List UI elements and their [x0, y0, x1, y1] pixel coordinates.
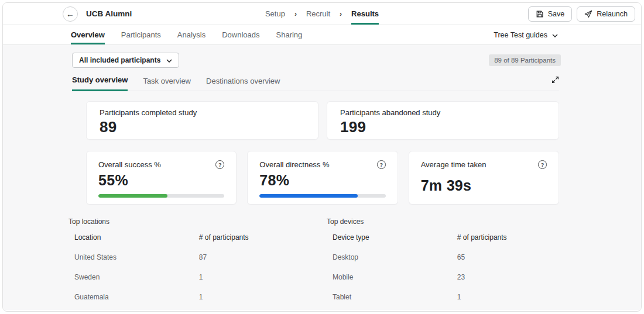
header-bar: ← UCB Alumni Setup › Recruit › Results S… [3, 3, 641, 25]
tab-downloads[interactable]: Downloads [222, 25, 259, 44]
success-progress-fill [98, 194, 167, 198]
paper-plane-icon [584, 10, 592, 18]
overall-success-card: Overall success % ? 55% [86, 151, 237, 205]
participants-cell: 23 [457, 273, 559, 281]
location-cell: Sweden [74, 273, 199, 281]
top-locations-table: Top locations Location # of participants… [68, 218, 301, 307]
abandoned-study-card: Participants abandoned study 199 [327, 101, 559, 140]
subtab-task-overview[interactable]: Task overview [143, 77, 191, 91]
overall-directness-card: Overall directness % ? 78% [247, 151, 398, 205]
average-time-card: Average time taken ? 7m 39s [409, 151, 559, 205]
column-header-participants: # of participants [199, 233, 301, 241]
devices-header-row: Device type # of participants [327, 227, 559, 247]
top-devices-table: Top devices Device type # of participant… [327, 218, 559, 307]
main-tab-bar: Overview Participants Analysis Downloads… [3, 25, 641, 45]
arrow-left-icon: ← [66, 9, 74, 19]
info-icon[interactable]: ? [377, 160, 386, 169]
save-button-label: Save [548, 10, 565, 18]
relaunch-button-label: Relaunch [597, 10, 628, 18]
info-icon[interactable]: ? [215, 160, 224, 169]
participants-cell: 1 [199, 273, 301, 281]
abandoned-study-value: 199 [340, 118, 546, 136]
participants-count-badge: 89 of 89 Participants [489, 54, 561, 66]
tab-overview[interactable]: Overview [71, 25, 105, 44]
study-title: UCB Alumni [86, 9, 132, 18]
breadcrumb-setup[interactable]: Setup [265, 3, 285, 25]
overall-directness-value: 78% [259, 172, 385, 189]
column-header-device-type: Device type [333, 233, 457, 241]
results-content: All included participants 89 of 89 Parti… [3, 45, 641, 310]
overall-directness-label: Overall directness % [259, 160, 329, 169]
location-cell: Guatemala [74, 293, 199, 301]
directness-progress-fill [259, 194, 358, 198]
overall-success-value: 55% [98, 172, 224, 189]
participants-cell: 87 [199, 253, 301, 261]
table-row: Guatemala 1 [68, 287, 301, 307]
floppy-disk-icon [536, 10, 544, 18]
chevron-down-icon [166, 56, 172, 64]
device-cell: Mobile [333, 273, 457, 281]
expand-icon[interactable] [551, 75, 559, 91]
average-time-value: 7m 39s [421, 177, 547, 194]
device-cell: Tablet [333, 293, 457, 301]
location-cell: United States [74, 253, 199, 261]
metric-cards-row: Overall success % ? 55% Overall directne… [86, 151, 559, 205]
tree-test-guides-dropdown[interactable]: Tree Test guides [494, 25, 558, 44]
breadcrumb-recruit[interactable]: Recruit [306, 3, 330, 25]
table-row: Sweden 1 [68, 267, 301, 287]
overview-subtabs: Study overview Task overview Destination… [72, 75, 559, 91]
table-row: United States 87 [68, 247, 301, 267]
subtab-destinations-overview[interactable]: Destinations overview [206, 77, 280, 91]
relaunch-button[interactable]: Relaunch [577, 6, 635, 22]
tab-sharing[interactable]: Sharing [276, 25, 303, 44]
tables-row: Top locations Location # of participants… [68, 218, 559, 307]
abandoned-study-label: Participants abandoned study [340, 108, 546, 117]
column-header-location: Location [74, 233, 199, 241]
participants-cell: 65 [457, 253, 559, 261]
tab-analysis[interactable]: Analysis [177, 25, 205, 44]
participants-filter-label: All included participants [79, 56, 160, 64]
back-button[interactable]: ← [63, 6, 78, 22]
top-devices-title: Top devices [327, 218, 559, 226]
table-row: Mobile 23 [327, 267, 559, 287]
completed-study-value: 89 [100, 118, 305, 136]
participants-filter-dropdown[interactable]: All included participants [72, 53, 179, 68]
completed-study-label: Participants completed study [100, 108, 305, 117]
locations-header-row: Location # of participants [68, 227, 301, 247]
top-locations-title: Top locations [68, 218, 301, 226]
filter-row: All included participants 89 of 89 Parti… [72, 53, 561, 68]
column-header-participants: # of participants [457, 233, 559, 241]
chevron-right-icon: › [340, 10, 342, 18]
overall-success-label: Overall success % [98, 160, 161, 169]
participants-cell: 1 [199, 293, 301, 301]
tab-participants[interactable]: Participants [121, 25, 161, 44]
table-row: Tablet 1 [327, 287, 559, 307]
breadcrumb-results[interactable]: Results [351, 3, 379, 25]
device-cell: Desktop [333, 253, 457, 261]
table-row: Desktop 65 [327, 247, 559, 267]
header-actions: Save Relaunch [528, 6, 635, 22]
info-icon[interactable]: ? [538, 160, 547, 169]
tree-test-guides-label: Tree Test guides [494, 31, 547, 39]
directness-progress-track [259, 194, 385, 198]
chevron-right-icon: › [294, 10, 297, 18]
app-window: ← UCB Alumni Setup › Recruit › Results S… [2, 2, 642, 312]
chevron-down-icon [552, 31, 558, 39]
subtab-study-overview[interactable]: Study overview [72, 75, 128, 91]
summary-cards-row: Participants completed study 89 Particip… [86, 101, 559, 140]
save-button[interactable]: Save [528, 6, 573, 22]
breadcrumb: Setup › Recruit › Results [265, 3, 379, 25]
participants-cell: 1 [457, 293, 559, 301]
completed-study-card: Participants completed study 89 [86, 101, 318, 140]
success-progress-track [98, 194, 224, 198]
average-time-label: Average time taken [421, 160, 487, 169]
